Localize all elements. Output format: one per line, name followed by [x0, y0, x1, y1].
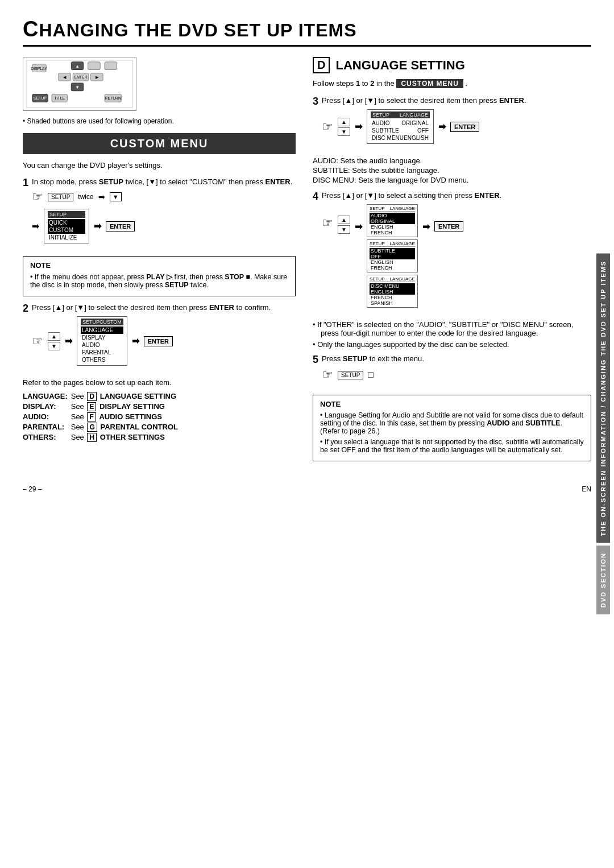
refer-text: Refer to the pages below to set up each … — [23, 378, 296, 387]
lang-screens: SETUPLANGUAGE AUDIO ORIGINAL ENGLISH FRE… — [367, 204, 418, 308]
step3-diagram: ☞ ▲ ▼ ➡ SETUPLANGUAGE AUDIOORIGINAL SUBT… — [322, 109, 591, 144]
ref-display: DISPLAY: See E DISPLAY SETTING — [23, 402, 181, 412]
step2-diagram: ☞ ▲ ▼ ➡ SETUPCUSTOM LANGUAGE DISPLAY AUD… — [32, 316, 296, 366]
custom-menu-desc: You can change the DVD player's settings… — [23, 161, 296, 170]
svg-text:RETURN: RETURN — [105, 96, 121, 100]
d-section-heading: D LANGUAGE SETTING — [313, 57, 591, 73]
ref-parental: PARENTAL: See G PARENTAL CONTROL — [23, 422, 181, 432]
references-list: LANGUAGE: See D LANGUAGE SETTING DISPLAY… — [23, 391, 296, 443]
svg-text:▼: ▼ — [75, 85, 80, 90]
page-suffix: EN — [582, 485, 591, 493]
step-5: 5 Press SETUP to exit the menu. ☞ SETUP … — [313, 354, 591, 387]
svg-text:SETUP: SETUP — [34, 96, 47, 100]
right-column: D LANGUAGE SETTING Follow steps 1 to 2 i… — [313, 57, 591, 468]
custom-menu-banner: CUSTOM MENU — [23, 133, 296, 154]
disc-menu-note: DISC MENU: Sets the language for DVD men… — [313, 176, 591, 184]
step-4: 4 Press [▲] or [▼] to select a setting t… — [313, 191, 591, 312]
svg-text:▲: ▲ — [75, 64, 80, 69]
page-title: CHANGING THE DVD SET UP ITEMS — [23, 17, 591, 47]
sidebar-right: THE ON-SCREEN INFORMATION / CHANGING THE… — [592, 0, 614, 868]
bottom-bar: – 29 – EN — [23, 485, 591, 493]
page-number: – 29 – — [23, 485, 42, 493]
sidebar-label-top: THE ON-SCREEN INFORMATION / CHANGING THE… — [596, 254, 610, 543]
step1-diagram: ☞ SETUP twice ➡ ▼ — [32, 189, 296, 204]
remote-diagram: DISPLAY ▲ ◀ ENTER ▶ ▼ SETUP — [23, 57, 296, 113]
sidebar-label-bottom: DVD SECTION — [596, 545, 610, 614]
left-column: DISPLAY ▲ ◀ ENTER ▶ ▼ SETUP — [23, 57, 296, 468]
step-3: 3 Press [▲] or [▼] to select the desired… — [313, 96, 591, 148]
svg-text:TITLE: TITLE — [54, 96, 65, 100]
svg-text:DISPLAY: DISPLAY — [31, 67, 47, 71]
step1-screen-diagram: ➡ SETUP QUICK CUSTOM INITIALIZE ➡ ENTER — [32, 209, 296, 243]
audio-note: AUDIO: Sets the audio language. — [313, 156, 591, 165]
step-1: 1 In stop mode, press SETUP twice, [▼] t… — [23, 177, 296, 248]
note-box-1: NOTE • If the menu does not appear, pres… — [23, 256, 296, 296]
svg-text:ENTER: ENTER — [74, 75, 87, 79]
svg-rect-5 — [88, 62, 101, 70]
note-box-2: NOTE • Language Setting for Audio and Su… — [313, 395, 591, 461]
shaded-note: • Shaded buttons are used for following … — [23, 117, 296, 125]
ref-others: OTHERS: See H OTHER SETTINGS — [23, 432, 181, 443]
follow-text: Follow steps 1 to 2 in the CUSTOM MENU . — [313, 79, 591, 88]
other-bullets: If "OTHER" is selected on the "AUDIO", "… — [313, 320, 591, 349]
ref-language: LANGUAGE: See D LANGUAGE SETTING — [23, 391, 181, 402]
step5-diagram: ☞ SETUP □ — [322, 367, 591, 382]
ref-audio: AUDIO: See F AUDIO SETTINGS — [23, 412, 181, 422]
step-2: 2 Press [▲] or [▼] to select the desired… — [23, 303, 296, 370]
step4-diagram: ☞ ▲ ▼ ➡ SETUPLANGUAGE AUDIO ORIGINAL ENG… — [322, 204, 591, 308]
subtitle-note: SUBTITLE: Sets the subtitle language. — [313, 166, 591, 175]
svg-rect-6 — [105, 62, 117, 70]
